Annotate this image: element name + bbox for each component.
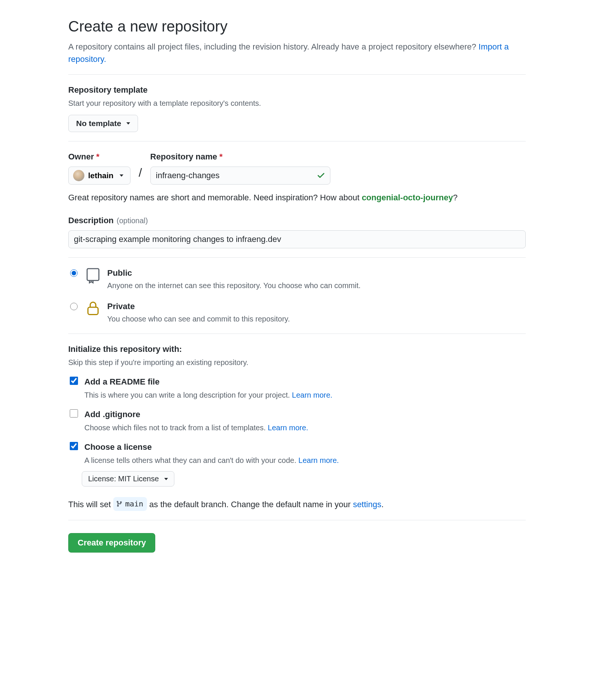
branch-note-mid: as the default branch. Change the defaul… <box>149 500 353 509</box>
readme-sub: This is where you can write a long descr… <box>84 389 332 401</box>
svg-rect-0 <box>87 269 99 280</box>
license-select-wrap: License: MIT License <box>82 471 526 487</box>
branch-note: This will set main as the default branch… <box>68 497 526 511</box>
license-sub-text: A license tells others what they can and… <box>84 456 298 464</box>
check-icon <box>317 171 325 180</box>
visibility-public-title: Public <box>107 267 361 279</box>
init-title: Initialize this repository with: <box>68 343 526 355</box>
required-asterisk: * <box>219 152 223 161</box>
license-checkbox[interactable] <box>70 442 78 450</box>
description-label: Description <box>68 214 114 227</box>
settings-link[interactable]: settings <box>353 500 381 509</box>
template-subtitle: Start your repository with a template re… <box>68 98 526 109</box>
license-title: Choose a license <box>84 441 339 453</box>
lock-icon <box>86 300 100 316</box>
license-row: Choose a license A license tells others … <box>68 441 526 466</box>
page-subtitle: A repository contains all project files,… <box>68 41 526 65</box>
readme-row: Add a README file This is where you can … <box>68 376 526 401</box>
subtitle-text: A repository contains all project files,… <box>68 42 478 51</box>
divider <box>68 520 526 520</box>
branch-pill: main <box>113 497 147 511</box>
create-repository-button[interactable]: Create repository <box>68 533 155 553</box>
owner-label: Owner* <box>68 150 130 163</box>
caret-down-icon <box>120 174 123 177</box>
template-select-label: No template <box>76 119 121 128</box>
template-title: Repository template <box>68 84 526 96</box>
divider <box>68 333 526 334</box>
owner-name-row: Owner* lethain / Repository name* <box>68 150 526 185</box>
readme-title: Add a README file <box>84 376 332 388</box>
branch-note-suffix: . <box>381 500 384 509</box>
visibility-private-text: Private You choose who can see and commi… <box>107 300 290 324</box>
gitignore-title: Add .gitignore <box>84 408 308 421</box>
init-subtitle: Skip this step if you're importing an ex… <box>68 357 526 368</box>
owner-label-text: Owner <box>68 152 94 161</box>
optional-text: (optional) <box>117 215 148 226</box>
template-select[interactable]: No template <box>68 115 138 132</box>
svg-rect-1 <box>88 307 98 315</box>
caret-down-icon <box>164 478 168 480</box>
description-input[interactable] <box>68 230 526 248</box>
license-sub: A license tells others what they can and… <box>84 455 339 466</box>
visibility-private-sub: You choose who can see and commit to thi… <box>107 313 290 324</box>
owner-group: Owner* lethain <box>68 150 130 185</box>
name-hint-prefix: Great repository names are short and mem… <box>68 193 362 202</box>
divider <box>68 141 526 141</box>
owner-value: lethain <box>88 171 114 180</box>
required-asterisk: * <box>96 152 99 161</box>
gitignore-row: Add .gitignore Choose which files not to… <box>68 408 526 433</box>
license-select[interactable]: License: MIT License <box>82 471 174 487</box>
caret-down-icon <box>126 122 130 125</box>
avatar <box>73 170 84 181</box>
page-title: Create a new repository <box>68 15 526 38</box>
repo-name-label: Repository name* <box>150 150 330 163</box>
repo-name-group: Repository name* <box>150 150 330 185</box>
repo-icon <box>86 267 100 284</box>
branch-name: main <box>125 498 143 509</box>
branch-note-prefix: This will set <box>68 500 113 509</box>
slash-separator: / <box>137 164 144 185</box>
template-section: Repository template Start your repositor… <box>68 84 526 132</box>
gitignore-sub-text: Choose which files not to track from a l… <box>84 424 268 432</box>
repo-name-label-text: Repository name <box>150 152 218 161</box>
gitignore-sub: Choose which files not to track from a l… <box>84 422 308 433</box>
init-section: Initialize this repository with: Skip th… <box>68 343 526 487</box>
name-hint-suffix: ? <box>453 193 458 202</box>
name-hint: Great repository names are short and mem… <box>68 191 526 204</box>
visibility-public-row: Public Anyone on the internet can see th… <box>68 267 526 291</box>
git-branch-icon <box>116 500 123 507</box>
divider <box>68 74 526 75</box>
license-select-label: License: MIT License <box>88 475 159 483</box>
repo-name-input[interactable] <box>150 167 330 185</box>
visibility-private-row: Private You choose who can see and commi… <box>68 300 526 324</box>
gitignore-checkbox[interactable] <box>70 409 78 418</box>
visibility-private-radio[interactable] <box>70 303 78 310</box>
visibility-group: Public Anyone on the internet can see th… <box>68 267 526 324</box>
readme-sub-text: This is where you can write a long descr… <box>84 391 292 399</box>
visibility-public-text: Public Anyone on the internet can see th… <box>107 267 361 291</box>
name-suggestion-link[interactable]: congenial-octo-journey <box>362 193 453 202</box>
description-label-row: Description (optional) <box>68 214 526 227</box>
divider <box>68 257 526 258</box>
visibility-public-sub: Anyone on the internet can see this repo… <box>107 280 361 291</box>
license-learn-more-link[interactable]: Learn more. <box>298 456 339 464</box>
readme-checkbox[interactable] <box>70 377 78 385</box>
visibility-private-title: Private <box>107 300 290 312</box>
readme-learn-more-link[interactable]: Learn more. <box>292 391 333 399</box>
owner-select[interactable]: lethain <box>68 167 130 185</box>
gitignore-learn-more-link[interactable]: Learn more. <box>268 424 308 432</box>
visibility-public-radio[interactable] <box>70 269 78 277</box>
